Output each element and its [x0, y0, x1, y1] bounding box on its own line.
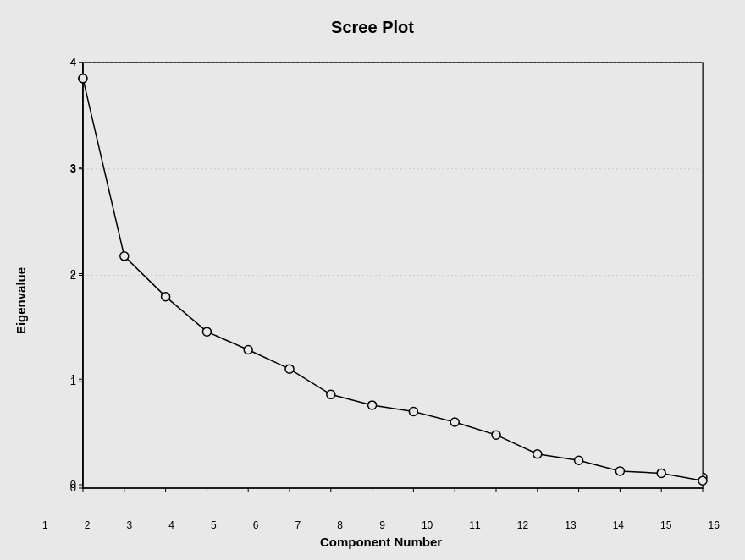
- chart-container: Scree Plot Eigenvalue 0123401234 1234567…: [8, 9, 737, 551]
- x-tick-label: 4: [168, 519, 174, 531]
- x-tick-label: 12: [517, 519, 528, 531]
- svg-point-84: [79, 74, 87, 83]
- svg-point-86: [162, 293, 170, 301]
- chart-body: Eigenvalue 0123401234 123456789101112131…: [8, 44, 737, 557]
- x-tick-label: 13: [565, 519, 576, 531]
- plot-area: 0123401234: [42, 48, 720, 515]
- chart-title: Scree Plot: [331, 18, 414, 37]
- svg-point-96: [575, 456, 583, 464]
- y-axis-label: Eigenvalue: [14, 267, 29, 334]
- x-tick-label: 16: [709, 519, 720, 531]
- svg-point-97: [615, 467, 624, 475]
- svg-point-92: [409, 407, 417, 415]
- svg-point-85: [120, 252, 129, 261]
- svg-text:3: 3: [70, 162, 76, 175]
- svg-point-91: [368, 401, 377, 409]
- x-tick-label: 9: [379, 519, 385, 531]
- x-tick-label: 7: [295, 519, 301, 531]
- svg-point-93: [450, 418, 459, 426]
- chart-svg: 0123401234: [42, 48, 720, 515]
- y-axis-label-container: Eigenvalue: [8, 44, 34, 557]
- x-tick-label: 11: [469, 519, 480, 531]
- svg-point-87: [202, 327, 211, 336]
- x-tick-label: 2: [85, 519, 91, 531]
- x-tick-label: 5: [211, 519, 217, 531]
- x-axis-label: Component Number: [42, 535, 720, 549]
- svg-point-88: [244, 346, 252, 354]
- svg-point-90: [327, 390, 335, 398]
- svg-text:1: 1: [70, 375, 76, 387]
- svg-text:4: 4: [70, 56, 76, 69]
- x-ticks-row: 12345678910111213141516: [42, 519, 720, 531]
- x-tick-label: 3: [127, 519, 133, 531]
- x-tick-label: 15: [660, 519, 671, 531]
- svg-point-94: [492, 431, 500, 439]
- x-tick-label: 6: [253, 519, 259, 531]
- svg-text:0: 0: [70, 481, 76, 494]
- svg-point-99: [698, 476, 707, 485]
- svg-point-89: [285, 365, 294, 373]
- x-tick-label: 10: [422, 519, 433, 531]
- svg-point-98: [657, 469, 665, 477]
- x-tick-label: 1: [42, 519, 48, 531]
- svg-text:2: 2: [70, 269, 76, 282]
- x-tick-label: 14: [613, 519, 624, 531]
- x-tick-label: 8: [337, 519, 343, 531]
- plot-area-wrapper: 0123401234 12345678910111213141516 Compo…: [34, 44, 737, 557]
- svg-point-95: [533, 450, 542, 458]
